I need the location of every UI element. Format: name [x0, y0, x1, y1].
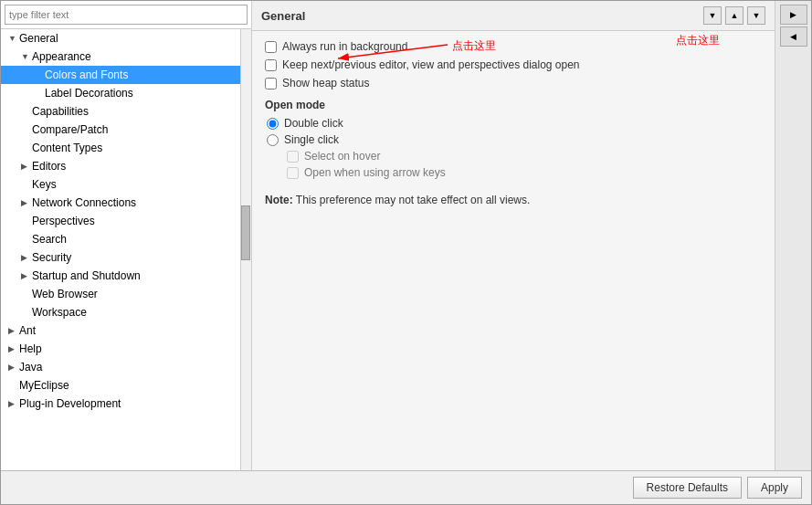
sidebar-item-label-compare-patch: Compare/Patch	[32, 123, 237, 136]
always-run-bg-checkbox[interactable]	[265, 41, 277, 53]
always-run-bg-label[interactable]: Always run in background	[282, 40, 407, 53]
open-arrow-keys-checkbox[interactable]	[287, 167, 299, 179]
sidebar-item-colors-and-fonts[interactable]: Colors and Fonts	[1, 66, 240, 84]
keep-next-prev-checkbox[interactable]	[265, 59, 277, 71]
sidebar-item-label-network-connections: Network Connections	[32, 196, 237, 209]
tree-arrow-general: ▼	[8, 34, 19, 43]
sidebar-item-label-web-browser: Web Browser	[32, 288, 237, 300]
sidebar-item-general[interactable]: ▼General	[1, 29, 240, 47]
always-run-bg-row: Always run in background	[265, 40, 762, 53]
single-click-radio[interactable]	[267, 134, 279, 146]
sidebar-item-label-label-decorations: Label Decorations	[45, 87, 237, 100]
note-bold: Note:	[265, 194, 293, 206]
sidebar-item-search[interactable]: Search	[1, 230, 240, 248]
right-border-panel: ▶ ◀	[775, 1, 811, 470]
apply-button[interactable]: Apply	[747, 477, 802, 499]
sidebar-item-security[interactable]: ▶Security	[1, 248, 240, 267]
search-input[interactable]	[5, 5, 248, 25]
open-mode-label: Open mode	[265, 99, 762, 111]
sidebar-item-label-startup-and-shutdown: Startup and Shutdown	[32, 269, 237, 282]
sidebar-item-label-java: Java	[19, 361, 237, 373]
select-on-hover-checkbox[interactable]	[287, 151, 299, 163]
sidebar-item-capabilities[interactable]: Capabilities	[1, 102, 240, 121]
sidebar-item-appearance[interactable]: ▼Appearance	[1, 47, 240, 66]
sidebar-item-label-capabilities: Capabilities	[32, 105, 237, 118]
sidebar-item-editors[interactable]: ▶Editors	[1, 157, 240, 175]
open-arrow-keys-label: Open when using arrow keys	[304, 166, 446, 179]
sidebar-item-label-security: Security	[32, 251, 237, 264]
sidebar-item-compare-patch[interactable]: Compare/Patch	[1, 121, 240, 139]
right-panel: General ▼ ▲ ▼ 点击这里 Always run in backgro…	[252, 1, 775, 470]
note-content: This preference may not take effect on a…	[296, 194, 531, 206]
sidebar-item-label-plug-in-development: Plug-in Development	[19, 397, 237, 410]
menu-button[interactable]: ▼	[747, 6, 765, 25]
sidebar-item-network-connections[interactable]: ▶Network Connections	[1, 194, 240, 212]
tree-arrow-editors: ▶	[21, 162, 32, 171]
tree-container: ▼General▼AppearanceColors and FontsLabel…	[1, 29, 240, 470]
double-click-radio[interactable]	[267, 118, 279, 130]
sidebar-item-startup-and-shutdown[interactable]: ▶Startup and Shutdown	[1, 267, 240, 285]
main-content: ▼General▼AppearanceColors and FontsLabel…	[1, 1, 811, 470]
sidebar-scroll-wrapper: ▼General▼AppearanceColors and FontsLabel…	[1, 29, 251, 470]
double-click-row: Double click	[267, 117, 762, 130]
sidebar-item-label-keys: Keys	[32, 178, 237, 191]
search-box-container	[1, 1, 251, 29]
dialog-footer: Restore Defaults Apply	[1, 470, 811, 504]
sidebar-scrollbar[interactable]	[240, 29, 251, 470]
sidebar-item-keys[interactable]: Keys	[1, 175, 240, 194]
sidebar-item-label-workspace: Workspace	[32, 306, 237, 319]
tree-arrow-startup-and-shutdown: ▶	[21, 271, 32, 280]
sidebar-item-label-editors: Editors	[32, 160, 237, 173]
restore-defaults-button[interactable]: Restore Defaults	[633, 477, 742, 499]
tree-arrow-help: ▶	[8, 344, 19, 353]
side-button-1[interactable]: ▶	[780, 5, 807, 25]
sidebar-item-content-types[interactable]: Content Types	[1, 139, 240, 157]
preferences-dialog: ▼General▼AppearanceColors and FontsLabel…	[0, 0, 812, 505]
sidebar-item-java[interactable]: ▶Java	[1, 358, 240, 376]
panel-header: General ▼ ▲ ▼	[252, 1, 775, 31]
radio-group: Double click Single click Select on hove…	[267, 117, 762, 179]
single-click-row: Single click	[267, 133, 762, 146]
show-heap-row: Show heap status	[265, 77, 762, 89]
tree-arrow-appearance: ▼	[21, 52, 32, 61]
panel-body: 点击这里 Always run in background	[252, 31, 775, 470]
select-on-hover-label: Select on hover	[304, 150, 380, 163]
sidebar-item-label-general: General	[19, 32, 237, 45]
sidebar-item-label-help: Help	[19, 342, 237, 355]
show-heap-status-checkbox[interactable]	[265, 78, 277, 89]
collapse-button[interactable]: ▼	[703, 6, 722, 25]
show-heap-status-label[interactable]: Show heap status	[282, 77, 369, 89]
sidebar-item-label-content-types: Content Types	[32, 142, 237, 154]
sidebar-item-myeclipse[interactable]: MyEclipse	[1, 376, 240, 395]
scrollbar-thumb[interactable]	[241, 205, 250, 260]
single-click-label[interactable]: Single click	[284, 133, 339, 146]
sidebar-item-label-appearance: Appearance	[32, 50, 237, 63]
tree-arrow-security: ▶	[21, 253, 32, 262]
tree-arrow-ant: ▶	[8, 326, 19, 335]
tree-arrow-java: ▶	[8, 363, 19, 372]
sidebar-item-label-colors-and-fonts: Colors and Fonts	[45, 68, 237, 81]
panel-header-actions: ▼ ▲ ▼	[703, 6, 765, 25]
open-arrow-row: Open when using arrow keys	[287, 166, 762, 179]
side-button-2[interactable]: ◀	[780, 26, 807, 47]
sidebar-item-label-myeclipse: MyEclipse	[19, 379, 237, 392]
sidebar-item-label-ant: Ant	[19, 324, 237, 337]
tree-arrow-plug-in-development: ▶	[8, 399, 19, 408]
sidebar-item-label-search: Search	[32, 233, 237, 246]
keep-next-prev-label[interactable]: Keep next/previous editor, view and pers…	[282, 58, 580, 71]
sidebar-item-ant[interactable]: ▶Ant	[1, 321, 240, 340]
expand-button[interactable]: ▲	[725, 6, 743, 25]
sidebar: ▼General▼AppearanceColors and FontsLabel…	[1, 1, 252, 470]
sidebar-item-help[interactable]: ▶Help	[1, 340, 240, 358]
sidebar-item-label-decorations[interactable]: Label Decorations	[1, 84, 240, 102]
double-click-label[interactable]: Double click	[284, 117, 343, 130]
tree-arrow-network-connections: ▶	[21, 198, 32, 207]
sub-options: Select on hover Open when using arrow ke…	[287, 150, 762, 179]
sidebar-item-web-browser[interactable]: Web Browser	[1, 285, 240, 303]
sidebar-item-label-perspectives: Perspectives	[32, 215, 237, 227]
sidebar-item-perspectives[interactable]: Perspectives	[1, 212, 240, 230]
select-on-hover-row: Select on hover	[287, 150, 762, 163]
sidebar-item-plug-in-development[interactable]: ▶Plug-in Development	[1, 395, 240, 413]
sidebar-item-workspace[interactable]: Workspace	[1, 303, 240, 321]
panel-title: General	[261, 9, 305, 23]
